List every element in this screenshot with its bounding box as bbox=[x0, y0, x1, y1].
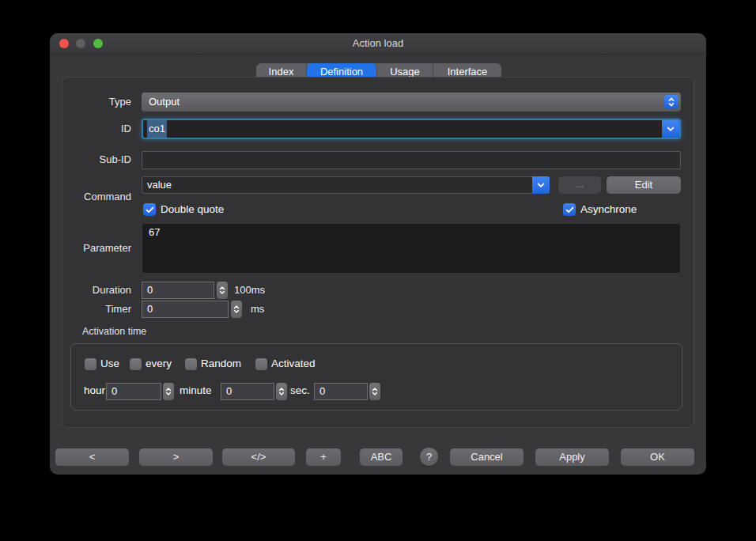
parameter-label: Parameter bbox=[62, 242, 131, 254]
parameter-textarea[interactable]: 67 bbox=[142, 223, 681, 274]
every-label: every bbox=[146, 358, 172, 369]
activation-time-group: Use every Random Activated hour 0 minute… bbox=[70, 343, 682, 410]
duration-unit: 100ms bbox=[234, 284, 265, 296]
check-icon bbox=[146, 206, 154, 214]
hour-input[interactable]: 0 bbox=[106, 383, 161, 400]
random-label: Random bbox=[201, 358, 241, 369]
timer-stepper[interactable] bbox=[231, 301, 242, 318]
timer-unit: ms bbox=[251, 303, 264, 315]
definition-form-panel: Type Output ID co1 Sub-ID Command value … bbox=[62, 77, 694, 428]
id-label: ID bbox=[62, 123, 131, 134]
asynchrone-label: Asynchrone bbox=[580, 203, 637, 215]
abc-button[interactable]: ABC bbox=[360, 448, 403, 466]
code-button[interactable]: </> bbox=[222, 448, 295, 466]
add-button[interactable]: + bbox=[306, 448, 341, 466]
id-combobox[interactable]: co1 bbox=[142, 119, 681, 139]
chevron-down-icon[interactable] bbox=[532, 176, 550, 194]
type-popup[interactable]: Output bbox=[142, 93, 681, 112]
action-load-window: Action load Index Definition Usage Inter… bbox=[50, 33, 706, 475]
every-checkbox[interactable] bbox=[130, 358, 142, 370]
cancel-button[interactable]: Cancel bbox=[450, 448, 524, 466]
asynchrone-checkbox[interactable] bbox=[563, 203, 576, 216]
prev-button[interactable]: < bbox=[55, 448, 129, 466]
activation-time-title: Activation time bbox=[82, 326, 146, 337]
window-title: Action load bbox=[50, 33, 706, 54]
minute-label: minute bbox=[180, 384, 212, 396]
command-combobox[interactable]: value bbox=[142, 176, 550, 194]
ok-button[interactable]: OK bbox=[621, 448, 694, 466]
sub-id-label: Sub-ID bbox=[62, 153, 131, 165]
minute-stepper[interactable] bbox=[276, 383, 287, 400]
use-checkbox[interactable] bbox=[85, 358, 96, 370]
help-button[interactable]: ? bbox=[420, 448, 438, 466]
sec-input[interactable]: 0 bbox=[314, 383, 368, 400]
type-label: Type bbox=[62, 96, 131, 108]
use-label: Use bbox=[100, 358, 119, 369]
type-popup-value: Output bbox=[142, 93, 681, 112]
duration-input[interactable]: 0 bbox=[142, 282, 214, 299]
chevron-up-down-icon bbox=[278, 387, 285, 396]
next-button[interactable]: > bbox=[139, 448, 213, 466]
activated-checkbox[interactable] bbox=[255, 358, 267, 370]
id-combobox-value: co1 bbox=[147, 120, 167, 138]
command-combobox-value: value bbox=[142, 177, 549, 193]
double-quote-checkbox[interactable] bbox=[143, 203, 156, 216]
minute-input[interactable]: 0 bbox=[221, 383, 274, 400]
chevron-up-down-icon bbox=[219, 286, 225, 295]
command-more-button[interactable]: ... bbox=[558, 176, 601, 194]
apply-button[interactable]: Apply bbox=[535, 448, 609, 466]
chevron-up-down-icon bbox=[372, 387, 378, 396]
command-edit-button[interactable]: Edit bbox=[607, 176, 681, 194]
check-icon bbox=[565, 206, 574, 214]
sub-id-input[interactable] bbox=[142, 151, 681, 169]
timer-label: Timer bbox=[62, 303, 131, 315]
duration-label: Duration bbox=[62, 284, 131, 296]
duration-stepper[interactable] bbox=[217, 282, 228, 299]
chevron-up-down-icon bbox=[664, 95, 679, 109]
command-label: Command bbox=[62, 191, 131, 202]
hour-stepper[interactable] bbox=[163, 383, 174, 400]
chevron-up-down-icon bbox=[233, 305, 240, 314]
chevron-up-down-icon bbox=[165, 387, 172, 396]
hour-label: hour bbox=[84, 384, 105, 396]
titlebar[interactable]: Action load bbox=[50, 33, 706, 55]
activated-label: Activated bbox=[271, 358, 316, 369]
chevron-down-icon[interactable] bbox=[662, 120, 679, 138]
timer-input[interactable]: 0 bbox=[142, 301, 229, 318]
sec-label: sec. bbox=[290, 384, 310, 396]
double-quote-label: Double quote bbox=[161, 203, 224, 215]
sec-stepper[interactable] bbox=[369, 383, 380, 400]
random-checkbox[interactable] bbox=[185, 358, 197, 370]
